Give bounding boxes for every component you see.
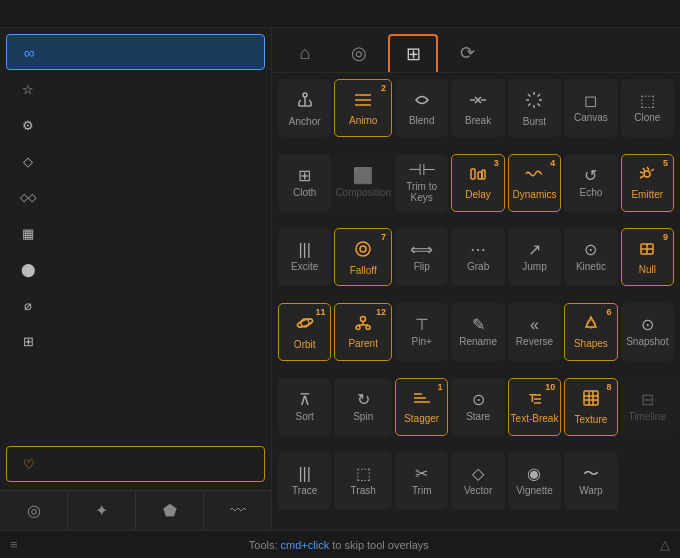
- tool-icon-stagger: [412, 389, 432, 410]
- tool-reverse[interactable]: «Reverse: [508, 303, 561, 361]
- tool-break[interactable]: Break: [451, 79, 504, 137]
- tool-stare[interactable]: ⊙Stare: [451, 378, 504, 436]
- tool-trim[interactable]: ✂Trim: [395, 452, 448, 510]
- all-icon: ∞: [21, 44, 37, 60]
- tool-burst[interactable]: Burst: [508, 79, 561, 137]
- bottom-tab-1[interactable]: ◎: [0, 491, 68, 530]
- tool-name-flip: Flip: [414, 261, 430, 272]
- svg-line-22: [643, 168, 645, 171]
- tool-icon-trim: ✂: [415, 466, 428, 482]
- tool-name-composition: Composition: [335, 187, 391, 198]
- tool-badge-shapes: 6: [607, 307, 612, 317]
- tool-stagger[interactable]: 1 Stagger: [395, 378, 448, 436]
- svg-point-35: [366, 326, 370, 330]
- tool-icon-clone: ⬚: [640, 93, 655, 109]
- tool-sort[interactable]: ⊼Sort: [278, 378, 331, 436]
- tool-trash[interactable]: ⬚Trash: [334, 452, 392, 510]
- tool-warp[interactable]: 〜Warp: [564, 452, 617, 510]
- pin-tools-icon: ♡: [21, 456, 37, 472]
- tool-clone[interactable]: ⬚Clone: [621, 79, 674, 137]
- nav-tab-home[interactable]: ⌂: [280, 34, 330, 72]
- tool-dynamics[interactable]: 4 Dynamics: [508, 154, 561, 212]
- tool-animo[interactable]: 2 Animo: [334, 79, 392, 137]
- tool-pin-plus[interactable]: ⊤Pin+: [395, 303, 448, 361]
- tool-icon-emitter: [637, 165, 657, 186]
- bottom-tab-3-icon: ⬟: [163, 501, 177, 520]
- sidebar-item-new[interactable]: ☆: [6, 72, 265, 106]
- tool-canvas[interactable]: ◻Canvas: [564, 79, 617, 137]
- tool-timeline[interactable]: ⊟Timeline: [621, 378, 674, 436]
- tool-echo[interactable]: ↺Echo: [564, 154, 617, 212]
- tool-icon-excite: |||: [298, 242, 310, 258]
- tool-rename[interactable]: ✎Rename: [451, 303, 504, 361]
- status-text: Tools: cmd+click to skip tool overlays: [249, 539, 429, 551]
- simulation-icon: ⌀: [20, 297, 36, 313]
- tool-orbit[interactable]: 11 Orbit: [278, 303, 331, 361]
- tool-badge-null: 9: [663, 232, 668, 242]
- tool-texture[interactable]: 8 Texture: [564, 378, 617, 436]
- tool-delay[interactable]: 3 Delay: [451, 154, 504, 212]
- tool-name-animo: Animo: [349, 115, 377, 126]
- tool-name-warp: Warp: [579, 485, 603, 496]
- libraries-icon: ▦: [20, 225, 36, 241]
- tool-cloth[interactable]: ⊞Cloth: [278, 154, 331, 212]
- tool-vector[interactable]: ◇Vector: [451, 452, 504, 510]
- tool-kinetic[interactable]: ⊙Kinetic: [564, 228, 617, 286]
- tool-name-trace: Trace: [292, 485, 317, 496]
- tool-parent[interactable]: 12 Parent: [334, 303, 392, 361]
- svg-line-20: [647, 167, 649, 170]
- tool-icon-pin-plus: ⊤: [415, 317, 429, 333]
- nav-tab-grid[interactable]: ⊞: [388, 34, 438, 72]
- tool-icon-jump: ↗: [528, 242, 541, 258]
- status-left-icon[interactable]: ≡: [10, 537, 18, 552]
- tool-composition[interactable]: ⬜Composition: [334, 154, 392, 212]
- tool-falloff[interactable]: 7 Falloff: [334, 228, 392, 286]
- sidebar-item-libraries[interactable]: ▦: [6, 216, 265, 250]
- nav-tab-layers[interactable]: ◎: [334, 34, 384, 72]
- tool-emitter[interactable]: 5 Emitter: [621, 154, 674, 212]
- tool-spin[interactable]: ↻Spin: [334, 378, 392, 436]
- tool-snapshot[interactable]: ⊙Snapshot: [621, 303, 674, 361]
- tool-shapes[interactable]: 6 Shapes: [564, 303, 617, 361]
- tool-name-falloff: Falloff: [350, 265, 377, 276]
- tool-badge-falloff: 7: [381, 232, 386, 242]
- sidebar-item-automation[interactable]: ⚙: [6, 108, 265, 142]
- tool-name-emitter: Emitter: [631, 189, 663, 200]
- tool-blend[interactable]: Blend: [395, 79, 448, 137]
- sidebar-item-effects[interactable]: ◇: [6, 144, 265, 178]
- sidebar-item-systems[interactable]: ⊞: [6, 324, 265, 358]
- tool-trace[interactable]: |||Trace: [278, 452, 331, 510]
- sidebar-item-all[interactable]: ∞: [6, 34, 265, 70]
- tool-badge-parent: 12: [376, 307, 386, 317]
- tool-icon-timeline: ⊟: [641, 392, 654, 408]
- sidebar-item-pin-tools[interactable]: ♡: [6, 446, 265, 482]
- tool-icon-rename: ✎: [472, 317, 485, 333]
- sidebar-item-simulation[interactable]: ⌀: [6, 288, 265, 322]
- tool-flip[interactable]: ⟺Flip: [395, 228, 448, 286]
- tool-null[interactable]: 9 Null: [621, 228, 674, 286]
- tool-excite[interactable]: |||Excite: [278, 228, 331, 286]
- keyframe-icon: ⟳: [460, 42, 475, 64]
- status-bar: ≡ Tools: cmd+click to skip tool overlays…: [0, 530, 680, 558]
- tool-trim-to-keys[interactable]: ⊣⊢Trim to Keys: [395, 154, 448, 212]
- tool-vignette[interactable]: ◉Vignette: [508, 452, 561, 510]
- svg-line-13: [538, 103, 541, 106]
- tool-name-blend: Blend: [409, 115, 435, 126]
- sidebar-item-management[interactable]: ⬤: [6, 252, 265, 286]
- bottom-tab-4[interactable]: 〰: [204, 491, 271, 530]
- tool-text-break[interactable]: 10 T Text-Break: [508, 378, 561, 436]
- nav-tab-keyframe[interactable]: ⟳: [442, 34, 492, 72]
- sidebar-item-keyframes[interactable]: ◇◇: [6, 180, 265, 214]
- tool-anchor[interactable]: Anchor: [278, 79, 331, 137]
- tool-grab[interactable]: ⋯Grab: [451, 228, 504, 286]
- status-right-icon: △: [660, 537, 670, 552]
- bottom-tab-2[interactable]: ✦: [68, 491, 136, 530]
- tool-name-stagger: Stagger: [404, 413, 439, 424]
- svg-line-21: [651, 169, 654, 171]
- tool-icon-parent: [353, 314, 373, 335]
- tool-name-delay: Delay: [465, 189, 491, 200]
- tool-name-echo: Echo: [579, 187, 602, 198]
- tool-icon-kinetic: ⊙: [584, 242, 597, 258]
- bottom-tab-3[interactable]: ⬟: [136, 491, 204, 530]
- tool-jump[interactable]: ↗Jump: [508, 228, 561, 286]
